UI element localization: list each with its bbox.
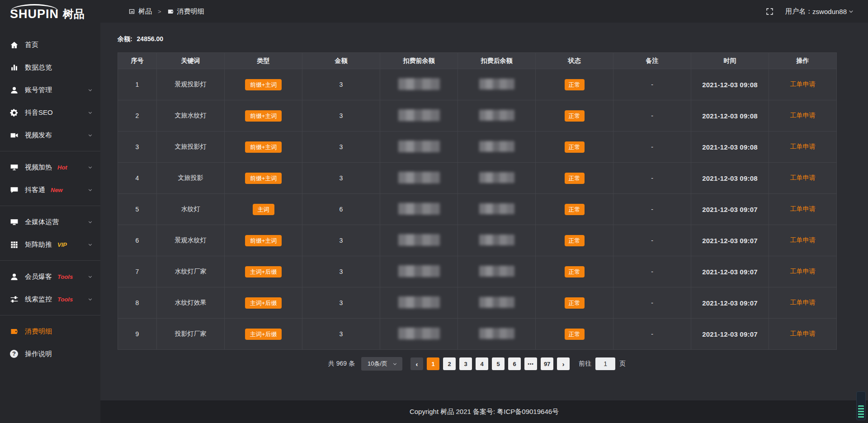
table-row: 4文旅投影前缀+主词3正常-2021-12-03 09:08工单申请 [118, 163, 837, 194]
time: 2021-12-03 09:07 [691, 256, 769, 287]
type-badge: 主词+后缀 [245, 329, 282, 340]
username-value: zswodun88 [812, 8, 847, 15]
post-balance-masked [458, 287, 536, 319]
amount: 3 [302, 319, 380, 350]
remark: - [613, 163, 691, 194]
remark: - [613, 225, 691, 256]
page-button-1[interactable]: 1 [427, 357, 439, 370]
remark: - [613, 319, 691, 350]
column-header: 扣费前余额 [380, 53, 458, 69]
sidebar-item-video[interactable]: 视频发布 [0, 124, 100, 146]
user-icon [10, 86, 19, 94]
sidebar-item-bar-chart[interactable]: 数据总览 [0, 56, 100, 79]
masked-balance [398, 109, 440, 121]
user-menu[interactable]: 用户名： zswodun88 [785, 7, 854, 16]
column-header: 操作 [769, 53, 837, 69]
next-page-button[interactable]: › [557, 357, 570, 370]
logo-text-en: SHUPIN [10, 7, 59, 21]
sidebar-item-gear[interactable]: 抖音SEO [0, 101, 100, 124]
work-order-link[interactable]: 工单申请 [790, 174, 816, 181]
more-pages-button[interactable]: ••• [524, 357, 537, 370]
sidebar-item-comment[interactable]: 抖客通New [0, 179, 100, 201]
sidebar-item-label: 抖音SEO [25, 108, 53, 117]
work-order-link[interactable]: 工单申请 [790, 330, 816, 337]
prev-page-button[interactable]: ‹ [410, 357, 423, 370]
work-order-link[interactable]: 工单申请 [790, 80, 816, 88]
work-order-link[interactable]: 工单申请 [790, 205, 816, 212]
sidebar-badge-hot: Hot [57, 164, 67, 171]
masked-balance [398, 296, 440, 308]
sidebar-item-monitor[interactable]: 全媒体运营 [0, 211, 100, 233]
action: 工单申请 [769, 256, 837, 287]
page-button-3[interactable]: 3 [459, 357, 472, 370]
table-row: 6景观水纹灯前缀+主词3正常-2021-12-03 09:07工单申请 [118, 225, 837, 256]
post-balance-masked [458, 225, 536, 256]
goto-page-input[interactable] [595, 357, 615, 370]
sidebar-item-label: 视频加热 [25, 163, 52, 172]
post-balance-masked [458, 256, 536, 287]
sidebar-item-label: 线索监控 [25, 295, 52, 304]
column-header: 时间 [691, 53, 769, 69]
sidebar-item-user[interactable]: 账号管理 [0, 79, 100, 101]
masked-balance [479, 141, 514, 152]
masked-balance [479, 203, 514, 214]
sidebar-item-wallet[interactable]: 消费明细 [0, 320, 100, 343]
goto-label: 前往 [579, 360, 591, 368]
sidebar-badge-tools: Tools [57, 273, 73, 280]
status-badge: 正常 [565, 235, 585, 246]
goto-page: 前往 页 [579, 357, 626, 370]
work-order-link[interactable]: 工单申请 [790, 299, 816, 306]
remark: - [613, 194, 691, 225]
sidebar-menu: 首页数据总览账号管理抖音SEO视频发布视频加热Hot抖客通New全媒体运营矩阵助… [0, 28, 100, 365]
sliders-icon [10, 295, 19, 304]
keyword: 水纹灯 [157, 194, 225, 225]
status-badge: 正常 [565, 173, 585, 184]
masked-balance [479, 79, 514, 89]
breadcrumb-separator: > [158, 8, 161, 15]
home-icon [10, 41, 19, 49]
page-button-4[interactable]: 4 [476, 357, 488, 370]
sidebar-item-home[interactable]: 首页 [0, 33, 100, 56]
goto-suffix: 页 [619, 360, 626, 368]
type-badge: 前缀+主词 [225, 132, 302, 163]
time: 2021-12-03 09:08 [691, 163, 769, 194]
remark: - [613, 69, 691, 100]
sidebar-item-label: 会员爆客 [25, 273, 52, 281]
fullscreen-icon[interactable] [766, 8, 774, 15]
main-content: 余额: 24856.00 序号关键词类型金额扣费前余额扣费后余额状态备注时间操作… [100, 23, 868, 400]
work-order-link[interactable]: 工单申请 [790, 268, 816, 275]
type-badge: 前缀+主词 [245, 235, 282, 246]
masked-balance [479, 297, 514, 308]
sidebar-item-screen[interactable]: 视频加热Hot [0, 156, 100, 179]
page-button-2[interactable]: 2 [443, 357, 456, 370]
page-button-5[interactable]: 5 [492, 357, 505, 370]
app-square-icon [128, 8, 135, 15]
status-badge-cell: 正常 [536, 319, 613, 350]
sidebar-item-sliders[interactable]: 线索监控Tools [0, 288, 100, 310]
masked-balance [479, 328, 514, 339]
post-balance-masked [458, 194, 536, 225]
sidebar: SHUPIN 树品 首页数据总览账号管理抖音SEO视频发布视频加热Hot抖客通N… [0, 0, 100, 423]
sidebar-item-label: 数据总览 [25, 63, 52, 72]
status-badge: 正常 [565, 297, 585, 309]
footer: Copyright 树品 2021 备案号: 粤ICP备09019646号 [100, 400, 868, 423]
breadcrumb-home[interactable]: 树品 [138, 7, 152, 16]
sidebar-item-grid[interactable]: 矩阵助推VIP [0, 233, 100, 256]
keyword: 景观投影灯 [157, 69, 225, 100]
page-button-6[interactable]: 6 [508, 357, 521, 370]
amount: 3 [302, 225, 380, 256]
type-badge: 前缀+主词 [245, 141, 282, 153]
work-order-link[interactable]: 工单申请 [790, 236, 816, 244]
keyword: 文旅投影 [157, 163, 225, 194]
page-size-select[interactable]: 10条/页 [361, 357, 402, 371]
keyword: 文旅水纹灯 [157, 100, 225, 132]
page-button-97[interactable]: 97 [541, 357, 553, 370]
sidebar-item-user-group[interactable]: 会员爆客Tools [0, 265, 100, 288]
sidebar-item-question[interactable]: ?操作说明 [0, 343, 100, 365]
sidebar-divider [0, 151, 100, 151]
remark: - [613, 100, 691, 132]
work-order-link[interactable]: 工单申请 [790, 143, 816, 150]
type-badge: 前缀+主词 [225, 163, 302, 194]
type-badge: 主词 [253, 204, 274, 215]
work-order-link[interactable]: 工单申请 [790, 112, 816, 119]
